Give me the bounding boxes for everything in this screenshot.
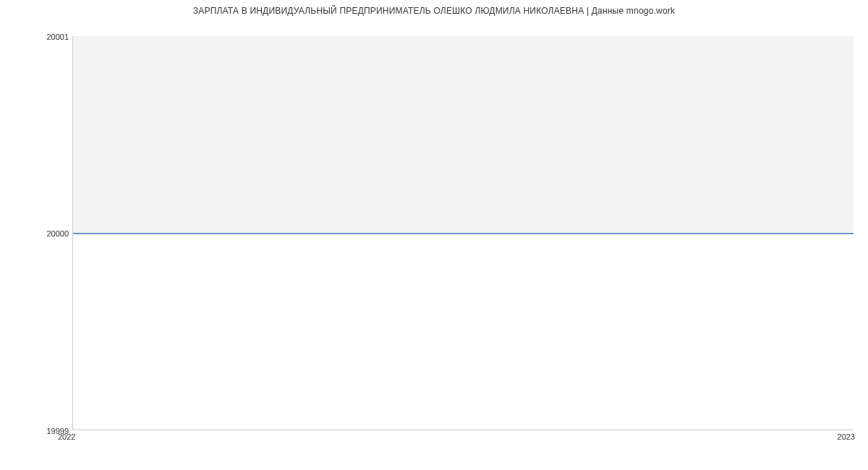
plot-area bbox=[72, 36, 854, 430]
x-axis-tick: 2023 bbox=[838, 432, 855, 441]
chart-container: ЗАРПЛАТА В ИНДИВИДУАЛЬНЫЙ ПРЕДПРИНИМАТЕЛ… bbox=[0, 0, 868, 470]
area-fill bbox=[73, 36, 854, 234]
y-axis-tick: 20001 bbox=[46, 33, 69, 41]
data-line bbox=[73, 233, 854, 234]
x-axis-tick: 2022 bbox=[58, 432, 75, 441]
chart-title: ЗАРПЛАТА В ИНДИВИДУАЛЬНЫЙ ПРЕДПРИНИМАТЕЛ… bbox=[0, 6, 868, 16]
y-axis-tick: 20000 bbox=[46, 229, 69, 238]
